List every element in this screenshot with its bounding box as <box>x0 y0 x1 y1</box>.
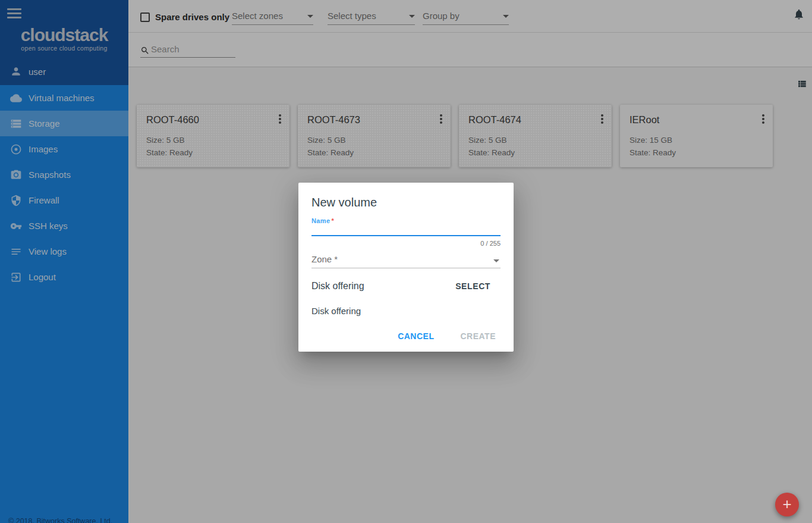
new-volume-dialog: New volume Name* 0 / 255 Zone * Disk off… <box>298 183 514 352</box>
zone-label: Zone * <box>311 254 338 264</box>
create-button[interactable]: CREATE <box>455 329 501 343</box>
disk-offering-label: Disk offering <box>311 281 364 291</box>
cloudstack-storage-page: cloudstack open source cloud computing u… <box>0 0 812 523</box>
plus-icon: + <box>782 496 791 512</box>
name-input[interactable] <box>311 222 501 236</box>
add-volume-fab[interactable]: + <box>775 493 799 516</box>
disk-offering-value: Disk offering <box>311 306 361 316</box>
disk-offering-row: Disk offering SELECT <box>311 281 501 292</box>
chevron-down-icon <box>493 259 499 262</box>
char-counter: 0 / 255 <box>480 240 501 247</box>
dialog-actions: CANCEL CREATE <box>393 329 501 343</box>
cancel-button[interactable]: CANCEL <box>393 329 439 343</box>
disk-offering-select-button[interactable]: SELECT <box>455 281 490 291</box>
zone-select[interactable]: Zone * <box>311 254 501 268</box>
dialog-title: New volume <box>311 196 377 209</box>
